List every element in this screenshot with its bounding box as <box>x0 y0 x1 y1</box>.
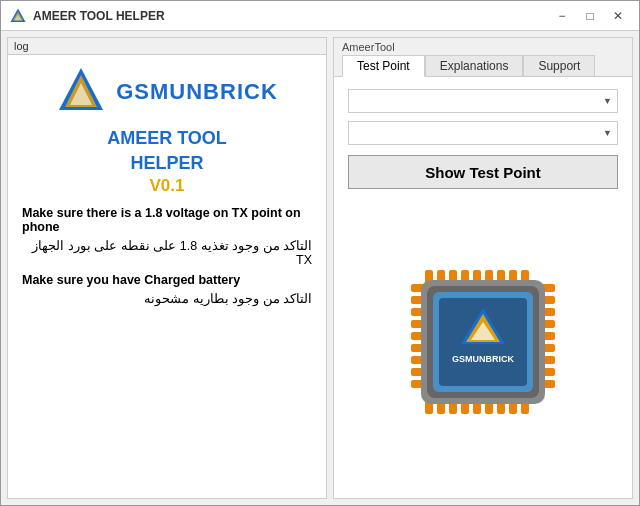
maximize-button[interactable]: □ <box>577 5 603 27</box>
message1-en: Make sure there is a 1.8 voltage on TX p… <box>22 206 312 234</box>
chip-image-area: GSMUNBRICK <box>348 197 618 486</box>
tab-bar: Test Point Explanations Support <box>342 55 624 76</box>
chip-svg: GSMUNBRICK <box>403 262 563 422</box>
logo-area: GSMUNBRICK <box>22 65 312 118</box>
dropdown1-wrapper <box>348 89 618 113</box>
dropdown2-wrapper <box>348 121 618 145</box>
tab-support[interactable]: Support <box>523 55 595 76</box>
message1-ar: التاكد من وجود تغذيه 1.8 على نقطه على بو… <box>22 238 312 267</box>
tab-explanations[interactable]: Explanations <box>425 55 524 76</box>
log-panel: log GSMUNBRICK AMEER TOOL HELPER <box>7 37 327 499</box>
title-text: AMEER TOOL HELPER <box>33 9 549 23</box>
logo-icon <box>56 65 106 118</box>
log-body: GSMUNBRICK AMEER TOOL HELPER V0.1 Make s… <box>8 55 326 498</box>
close-button[interactable]: ✕ <box>605 5 631 27</box>
app-icon <box>9 7 27 25</box>
tab-test-point[interactable]: Test Point <box>342 55 425 77</box>
app-version: V0.1 <box>22 176 312 196</box>
show-test-point-button[interactable]: Show Test Point <box>348 155 618 189</box>
right-panel: AmeerTool Test Point Explanations Suppor… <box>333 37 633 499</box>
message2-ar: التاكد من وجود بطاريه مشحونه <box>22 291 312 306</box>
window-controls: − □ ✕ <box>549 5 631 27</box>
dropdown1[interactable] <box>348 89 618 113</box>
right-panel-body: Show Test Point <box>334 77 632 498</box>
section-label: AmeerTool <box>342 41 624 53</box>
main-content: log GSMUNBRICK AMEER TOOL HELPER <box>1 31 639 505</box>
log-label: log <box>14 40 29 52</box>
dropdown2[interactable] <box>348 121 618 145</box>
minimize-button[interactable]: − <box>549 5 575 27</box>
message2-en: Make sure you have Charged battery <box>22 273 312 287</box>
svg-text:GSMUNBRICK: GSMUNBRICK <box>452 354 514 364</box>
brand-name: GSMUNBRICK <box>116 79 278 105</box>
right-panel-header: AmeerTool Test Point Explanations Suppor… <box>334 38 632 77</box>
log-header: log <box>8 38 326 55</box>
main-window: AMEER TOOL HELPER − □ ✕ log <box>0 0 640 506</box>
app-title-line1: AMEER TOOL <box>22 126 312 151</box>
app-title-line2: HELPER <box>22 151 312 176</box>
title-bar: AMEER TOOL HELPER − □ ✕ <box>1 1 639 31</box>
